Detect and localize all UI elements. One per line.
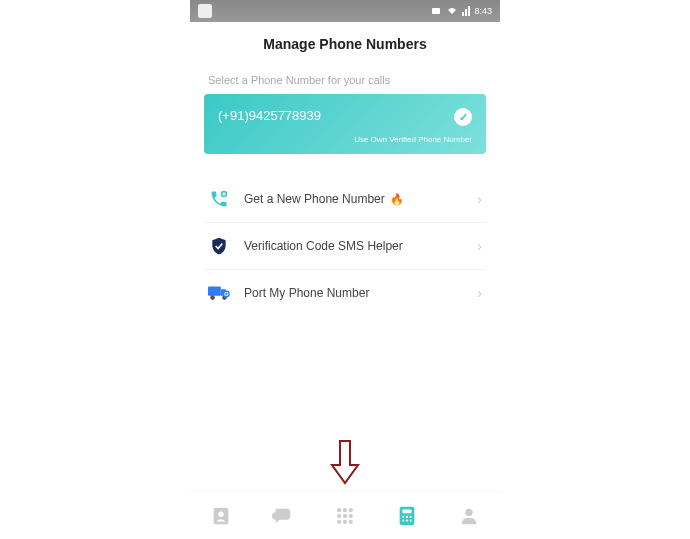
- option-sms-helper[interactable]: Verification Code SMS Helper ›: [204, 223, 486, 270]
- svg-point-3: [210, 295, 215, 300]
- nav-profile[interactable]: [456, 503, 482, 529]
- svg-rect-0: [432, 8, 440, 14]
- svg-point-19: [402, 515, 404, 517]
- options-list: Get a New Phone Number 🔥 › Verification …: [204, 176, 486, 316]
- svg-point-22: [402, 519, 404, 521]
- nav-calculator[interactable]: [394, 503, 420, 529]
- svg-point-7: [218, 511, 224, 517]
- svg-point-21: [410, 515, 412, 517]
- arrow-annotation-icon: [330, 439, 360, 489]
- svg-point-16: [349, 519, 353, 523]
- chat-icon: [272, 505, 294, 527]
- svg-point-9: [343, 508, 347, 512]
- svg-point-12: [343, 513, 347, 517]
- nav-dialpad[interactable]: [332, 503, 358, 529]
- status-time: 8:43: [474, 6, 492, 16]
- nav-contacts[interactable]: [208, 503, 234, 529]
- phone-add-icon: [208, 188, 230, 210]
- fire-icon: 🔥: [390, 193, 404, 205]
- chevron-right-icon: ›: [477, 285, 482, 301]
- svg-point-13: [349, 513, 353, 517]
- svg-rect-2: [208, 287, 221, 296]
- option-label: Get a New Phone Number 🔥: [244, 192, 477, 206]
- phone-number-card[interactable]: (+91)9425778939 Use Own Verified Phone N…: [204, 94, 486, 154]
- chevron-right-icon: ›: [477, 191, 482, 207]
- verified-label: Use Own Verified Phone Number: [218, 135, 472, 144]
- svg-point-23: [406, 519, 408, 521]
- wifi-icon: [446, 6, 458, 16]
- svg-point-10: [349, 508, 353, 512]
- truck-icon: [208, 282, 230, 304]
- svg-point-14: [337, 519, 341, 523]
- nav-chat[interactable]: [270, 503, 296, 529]
- signal-icon: [462, 6, 470, 16]
- svg-point-8: [337, 508, 341, 512]
- status-bar: 8:43: [190, 0, 500, 22]
- option-label: Verification Code SMS Helper: [244, 239, 477, 253]
- svg-point-24: [410, 519, 412, 521]
- section-subtitle: Select a Phone Number for your calls: [190, 62, 500, 94]
- svg-rect-18: [402, 509, 411, 513]
- profile-icon: [458, 505, 480, 527]
- svg-point-15: [343, 519, 347, 523]
- dialpad-icon: [335, 506, 355, 526]
- option-port-number[interactable]: Port My Phone Number ›: [204, 270, 486, 316]
- svg-point-20: [406, 515, 408, 517]
- notification-icon: [198, 4, 212, 18]
- option-label: Port My Phone Number: [244, 286, 477, 300]
- option-new-number[interactable]: Get a New Phone Number 🔥 ›: [204, 176, 486, 223]
- page-title: Manage Phone Numbers: [190, 22, 500, 62]
- phone-number-value: (+91)9425778939: [218, 108, 472, 123]
- calculator-icon: [396, 505, 418, 527]
- svg-point-11: [337, 513, 341, 517]
- battery-icon: [432, 6, 442, 16]
- contacts-icon: [210, 505, 232, 527]
- shield-icon: [208, 235, 230, 257]
- chevron-right-icon: ›: [477, 238, 482, 254]
- svg-point-25: [465, 508, 472, 515]
- verified-check-icon: [454, 108, 472, 126]
- bottom-nav: [190, 491, 500, 539]
